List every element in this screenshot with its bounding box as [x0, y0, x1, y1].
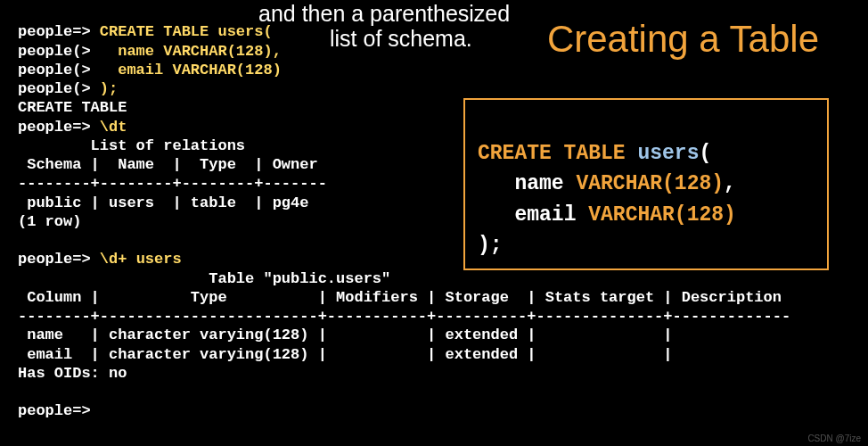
- sql-type: VARCHAR(128): [576, 172, 724, 195]
- table-header: Column | Type | Modifiers | Storage | St…: [18, 289, 782, 306]
- watermark: CSDN @7ize: [807, 434, 861, 445]
- prompt: people=>: [18, 119, 100, 136]
- sql-command: CREATE TABLE users(: [100, 23, 273, 40]
- indent: [478, 172, 514, 195]
- table-divider: --------+--------+--------+-------: [18, 175, 327, 192]
- table-name: users: [637, 142, 699, 165]
- output-line: Has OIDs: no: [18, 365, 127, 382]
- sql-command: );: [100, 80, 118, 97]
- slide-title: Creating a Table: [547, 16, 819, 63]
- comma: ,: [724, 172, 736, 195]
- table-row: public | users | table | pg4e: [18, 194, 308, 211]
- prompt: people=>: [18, 251, 100, 268]
- close-paren: );: [478, 234, 503, 257]
- output-header: Table "public.users": [18, 270, 390, 287]
- row-count: (1 row): [18, 213, 81, 230]
- caption-line-1: and then a parenthesized: [258, 0, 510, 28]
- sql-keyword: CREATE TABLE: [478, 142, 637, 165]
- paren: (: [699, 142, 711, 165]
- prompt: people=>: [18, 402, 91, 419]
- table-header: Schema | Name | Type | Owner: [18, 156, 318, 173]
- psql-command: \dt: [100, 119, 127, 136]
- prompt-cont: people(>: [18, 43, 118, 60]
- prompt-cont: people(>: [18, 80, 100, 97]
- output-line: CREATE TABLE: [18, 99, 127, 116]
- table-row: email | character varying(128) | | exten…: [18, 346, 673, 363]
- column-name: email: [514, 203, 588, 227]
- sql-command: name VARCHAR(128),: [118, 43, 282, 60]
- sql-command: email VARCHAR(128): [118, 62, 282, 78]
- table-divider: --------+------------------------+------…: [18, 308, 790, 325]
- output-header: List of relations: [18, 137, 245, 154]
- column-name: name: [514, 172, 576, 195]
- caption-line-2: list of schema.: [330, 25, 472, 53]
- prompt: people=>: [18, 23, 100, 40]
- code-example-box: CREATE TABLE users( name VARCHAR(128), e…: [463, 98, 829, 270]
- psql-command: \d+ users: [100, 251, 182, 268]
- sql-type: VARCHAR(128): [588, 203, 736, 227]
- table-row: name | character varying(128) | | extend…: [18, 326, 673, 343]
- indent: [478, 203, 514, 227]
- prompt-cont: people(>: [18, 62, 118, 78]
